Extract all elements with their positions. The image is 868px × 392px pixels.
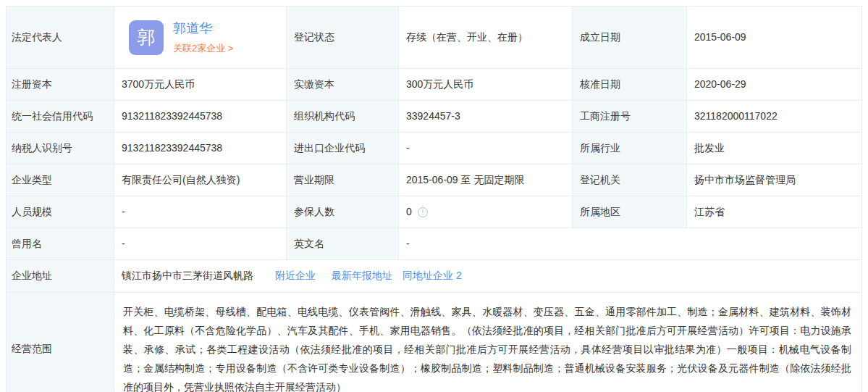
related-companies-link[interactable]: 关联2家企业 > [173,42,233,55]
establish-date-value: 2015-06-09 [687,7,861,69]
legal-representative-name-link[interactable]: 郭道华 [173,20,233,38]
credit-code-value: 913211823392445738 [114,101,287,133]
taxpayer-id-label: 纳税人识别号 [7,133,114,164]
insured-count-label: 参保人数 [287,196,399,228]
taxpayer-id-value: 913211823392445738 [114,133,287,164]
legal-representative-info: 郭道华 关联2家企业 > [173,20,233,55]
legal-representative-label: 法定代表人 [7,7,114,69]
avatar[interactable]: 郭 [129,20,164,55]
legal-representative-cell: 郭 郭道华 关联2家企业 > [114,7,287,69]
english-name-value: - [399,228,861,260]
registration-status-value: 存续（在营、开业、在册） [399,7,573,69]
credit-code-label: 统一社会信用代码 [7,101,114,133]
company-type-label: 企业类型 [7,164,114,196]
business-scope-cell: 开关柜、电缆桥架、母线槽、配电箱、电线电缆、仪表管阀件、滑触线、家具、水暖器材、… [114,293,861,392]
registered-capital-label: 注册资本 [7,69,114,101]
industry-value: 批发业 [687,133,861,164]
establish-date-label: 成立日期 [573,7,687,69]
former-name-label: 曾用名 [7,228,114,260]
company-address-cell: 镇江市扬中市三茅街道风帆路 附近企业 最新年报地址 同地址企业 2 [114,260,861,293]
company-address-label: 企业地址 [7,260,114,293]
company-info-table: 法定代表人 郭 郭道华 关联2家企业 > 登记状态 存续（在营、开业、在册） 成… [6,6,862,392]
org-code-value: 33924457-3 [399,101,573,133]
registration-authority-label: 登记机关 [573,164,687,196]
company-type-value: 有限责任公司(自然人独资) [114,164,287,196]
industry-label: 所属行业 [573,133,687,164]
registration-authority-value: 扬中市市场监督管理局 [687,164,861,196]
region-value: 江苏省 [687,196,861,228]
english-name-label: 英文名 [287,228,399,260]
import-export-code-value: - [399,133,573,164]
region-label: 所属地区 [573,196,687,228]
former-name-value: - [114,228,287,260]
insured-count-cell: 0 ! [399,196,573,228]
registered-capital-value: 3700万元人民币 [114,69,287,101]
nearby-companies-link[interactable]: 附近企业 [275,269,316,283]
org-code-label: 组织机构代码 [287,101,399,133]
staff-size-value: - [114,196,287,228]
latest-annual-report-address-link[interactable]: 最新年报地址 [332,269,392,283]
registration-number-label: 工商注册号 [573,101,687,133]
info-icon[interactable]: ! [418,207,428,217]
business-scope-label: 经营范围 [7,293,114,392]
company-address-value: 镇江市扬中市三茅街道风帆路 [122,269,253,283]
approval-date-label: 核准日期 [573,69,687,101]
business-term-value: 2015-06-09 至 无固定期限 [399,164,573,196]
registration-number-value: 321182000117022 [687,101,861,133]
staff-size-label: 人员规模 [7,196,114,228]
paid-capital-label: 实缴资本 [287,69,399,101]
same-address-companies-link[interactable]: 同地址企业 2 [403,269,462,283]
business-term-label: 营业期限 [287,164,399,196]
registration-status-label: 登记状态 [287,7,399,69]
insured-count-value: 0 [406,205,412,220]
import-export-code-label: 进出口企业代码 [287,133,399,164]
approval-date-value: 2020-06-29 [687,69,861,101]
paid-capital-value: 300万元人民币 [399,69,573,101]
business-scope-value: 开关柜、电缆桥架、母线槽、配电箱、电线电缆、仪表管阀件、滑触线、家具、水暖器材、… [123,302,851,392]
